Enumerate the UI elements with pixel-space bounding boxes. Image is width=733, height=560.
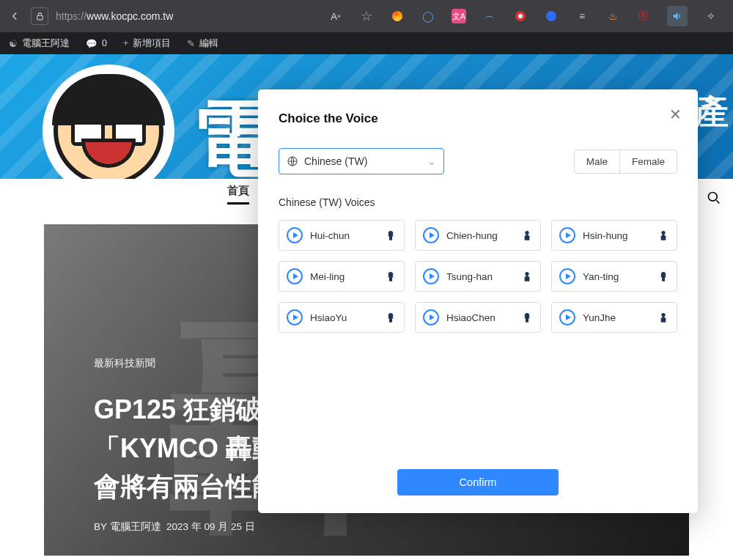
hero-byline: BY 電腦王阿達 2023 年 09 月 25 日	[94, 520, 410, 534]
voice-name: Chien-hung	[446, 230, 498, 241]
language-value: Chinese (TW)	[304, 155, 367, 167]
edit-label: 編輯	[199, 37, 218, 50]
play-icon[interactable]	[423, 227, 439, 243]
voice-option[interactable]: HsiaoChen	[415, 302, 541, 333]
browser-toolbar: https://www.kocpc.com.tw A» ☆ ◯ 文A ︵ ≡ ♨…	[0, 0, 733, 32]
search-button[interactable]	[699, 183, 729, 213]
favorite-icon[interactable]: ☆	[359, 9, 374, 23]
voice-option[interactable]: YunJhe	[551, 302, 677, 333]
person-female-icon	[385, 270, 397, 282]
ext-vpn-icon[interactable]: ︵	[482, 9, 497, 23]
site-icon: ☯	[9, 38, 18, 49]
ext-equalizer-icon[interactable]: ≡	[575, 9, 589, 23]
globe-icon	[287, 155, 298, 167]
person-female-icon	[385, 312, 397, 323]
voice-name: Mei-ling	[310, 271, 345, 282]
ext-fire-icon[interactable]: ♨	[605, 9, 620, 23]
play-icon[interactable]	[559, 309, 575, 325]
confirm-button[interactable]: Confirm	[397, 469, 559, 495]
voice-name: Yan-ting	[583, 271, 619, 282]
person-female-icon	[385, 229, 397, 241]
ext-firefox-icon[interactable]	[390, 9, 405, 23]
gender-toggle: Male Female	[574, 150, 677, 174]
voice-name: Hsin-hung	[583, 230, 628, 241]
comment-icon: 💬	[86, 38, 97, 49]
play-icon[interactable]	[287, 227, 303, 243]
voice-option[interactable]: Chien-hung	[415, 220, 541, 251]
wp-admin-bar: ☯ 電腦王阿達 💬 0 + 新增項目 ✎ 編輯	[0, 32, 733, 54]
modal-close-button[interactable]: ✕	[669, 106, 682, 123]
voice-option[interactable]: Yan-ting	[551, 261, 677, 292]
ext-speaker-active-icon[interactable]	[667, 6, 688, 26]
ext-blue-icon[interactable]	[544, 9, 559, 23]
play-icon[interactable]	[559, 268, 575, 284]
nav-home[interactable]: 首頁	[227, 180, 249, 205]
address-bar[interactable]: https://www.kocpc.com.tw	[56, 10, 173, 22]
voice-option[interactable]: Hui-chun	[279, 220, 405, 251]
person-male-icon	[658, 229, 669, 241]
person-male-icon	[521, 270, 533, 282]
voice-choice-modal: Choice the Voice ✕ Chinese (TW) ⌄ Male F…	[258, 89, 698, 513]
chevron-down-icon: ⌄	[427, 155, 436, 167]
ext-1password-icon[interactable]: ◯	[421, 9, 435, 23]
voice-name: YunJhe	[583, 312, 616, 323]
person-male-icon	[658, 312, 669, 323]
site-link[interactable]: ☯ 電腦王阿達	[9, 37, 70, 50]
voice-name: Hui-chun	[310, 230, 350, 241]
voices-subhead: Chinese (TW) Voices	[279, 196, 677, 208]
voice-option[interactable]: HsiaoYu	[279, 302, 405, 333]
voice-name: HsiaoYu	[310, 312, 347, 323]
play-icon[interactable]	[423, 309, 439, 325]
person-male-icon	[521, 229, 533, 241]
person-female-icon	[658, 270, 669, 282]
voice-option[interactable]: Hsin-hung	[551, 220, 677, 251]
svg-rect-0	[37, 15, 43, 19]
back-button[interactable]	[6, 7, 23, 25]
site-avatar	[43, 65, 174, 179]
svg-point-1	[709, 193, 718, 202]
play-icon[interactable]	[287, 309, 303, 325]
comments-count: 0	[102, 38, 107, 48]
new-label: 新增項目	[133, 37, 171, 50]
voice-option[interactable]: Mei-ling	[279, 261, 405, 292]
site-info-button[interactable]	[31, 7, 48, 25]
pencil-icon: ✎	[187, 38, 195, 49]
voice-name: Tsung-han	[446, 271, 493, 282]
ext-trend-icon[interactable]: ⓔ	[636, 9, 651, 23]
play-icon[interactable]	[287, 268, 303, 284]
modal-title: Choice the Voice	[279, 111, 677, 126]
person-female-icon	[521, 312, 533, 323]
gender-female[interactable]: Female	[619, 150, 677, 173]
page-body: 電 產 首頁 轟 TIME T 電腦王阿達 http://www.kocpc.c…	[0, 54, 733, 560]
language-select[interactable]: Chinese (TW) ⌄	[279, 148, 444, 174]
banner-side-char: 產	[695, 89, 729, 135]
voice-option[interactable]: Tsung-han	[415, 261, 541, 292]
play-icon[interactable]	[423, 268, 439, 284]
url-protocol: https://	[56, 10, 86, 22]
edit-link[interactable]: ✎ 編輯	[187, 37, 218, 50]
voice-grid: Hui-chunChien-hungHsin-hungMei-lingTsung…	[279, 220, 677, 333]
plus-icon: +	[123, 38, 128, 48]
gender-male[interactable]: Male	[575, 150, 619, 173]
extensions-menu-icon[interactable]: ✧	[704, 9, 718, 23]
ext-translate-icon[interactable]: 文A	[452, 9, 466, 23]
url-host: www.kocpc.com.tw	[86, 10, 173, 22]
read-aloud-icon[interactable]: A»	[328, 9, 343, 23]
ext-record-icon[interactable]	[513, 9, 528, 23]
site-name: 電腦王阿達	[22, 37, 70, 50]
new-content-link[interactable]: + 新增項目	[123, 37, 171, 50]
comments-link[interactable]: 💬 0	[86, 38, 107, 49]
play-icon[interactable]	[559, 227, 575, 243]
voice-name: HsiaoChen	[446, 312, 496, 323]
